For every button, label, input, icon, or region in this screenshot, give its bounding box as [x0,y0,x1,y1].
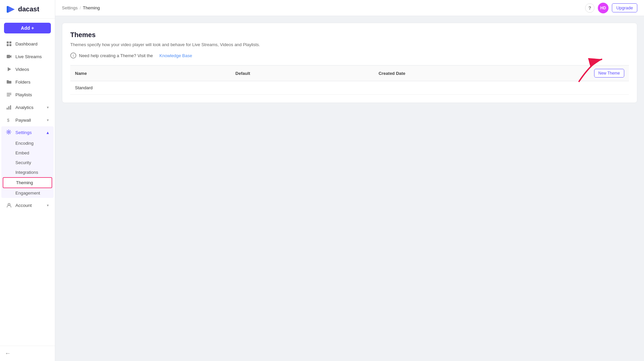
sidebar-item-label: Folders [15,80,49,85]
chevron-down-icon: ▾ [47,203,49,208]
folder-icon [6,79,12,85]
grid-icon [6,41,12,47]
bar-chart-icon [6,104,12,110]
themes-card: Themes Themes specify how your video pla… [62,23,637,103]
sidebar: dacast Add + Dashboard Live Streams [0,0,55,361]
svg-point-16 [8,131,10,133]
sidebar-item-encoding[interactable]: Encoding [1,138,54,148]
help-button[interactable]: ? [585,3,594,13]
list-icon [6,92,12,98]
svg-rect-6 [7,55,10,58]
dacast-logo-icon [5,4,16,15]
col-default: Default [231,66,374,81]
col-name: Name [70,66,231,81]
sidebar-item-theming[interactable]: Theming [3,177,52,188]
sidebar-item-dashboard[interactable]: Dashboard [1,38,54,50]
user-icon [6,202,12,208]
col-created-date: Created Date [374,66,589,81]
svg-rect-2 [7,41,9,43]
theme-name: Standard [70,81,231,95]
sidebar-item-videos[interactable]: Videos [1,63,54,75]
sidebar-item-paywall[interactable]: $ Paywall ▾ [1,114,54,126]
gear-icon [6,129,12,135]
help-text: Need help creating a Theme? Visit the [79,53,153,58]
svg-rect-12 [7,108,8,110]
svg-marker-8 [8,67,11,71]
svg-rect-10 [7,94,11,95]
knowledge-base-link[interactable]: Knowledge Base [159,53,192,58]
sidebar-item-label: Playlists [15,92,49,97]
svg-rect-5 [9,44,11,46]
themes-table: Name Default Created Date New Theme Stan… [70,65,629,95]
theme-created-date [374,81,589,95]
svg-rect-14 [10,105,11,110]
content-area: Themes Themes specify how your video pla… [55,16,644,361]
breadcrumb-separator: / [80,5,81,10]
sidebar-item-account[interactable]: Account ▾ [1,199,54,211]
sidebar-item-label: Account [15,203,47,208]
settings-label: Settings [15,130,47,135]
sidebar-item-live-streams[interactable]: Live Streams [1,50,54,63]
svg-rect-11 [7,96,10,96]
svg-marker-0 [8,6,15,13]
sidebar-item-settings[interactable]: Settings ▴ [1,126,54,138]
svg-rect-4 [7,44,9,46]
new-theme-button[interactable]: New Theme [594,69,624,78]
breadcrumb: Settings / Theming [62,5,100,10]
svg-rect-13 [8,106,9,110]
page-title: Themes [70,31,629,39]
breadcrumb-current: Theming [83,5,100,10]
sidebar-bottom: ← [0,346,55,361]
sidebar-item-label: Paywall [15,118,47,123]
add-button[interactable]: Add + [4,23,51,33]
chevron-down-icon: ▾ [47,105,49,110]
sidebar-item-playlists[interactable]: Playlists [1,89,54,101]
logo-text: dacast [18,5,39,13]
dollar-icon: $ [6,117,12,123]
sidebar-item-label: Dashboard [15,41,49,46]
table-header-row: Name Default Created Date New Theme [70,66,629,81]
play-icon [6,66,12,72]
topbar-right: ? HD Upgrade [585,3,637,13]
sidebar-item-security[interactable]: Security [1,158,54,167]
svg-rect-9 [7,93,11,94]
info-icon: i [70,52,76,58]
settings-subnav: Encoding Embed Security Integrations The… [1,138,54,198]
collapse-sidebar-button[interactable]: ← [5,350,50,357]
chevron-up-icon: ▴ [47,130,49,135]
col-actions: New Theme [589,66,629,81]
table-container: Name Default Created Date New Theme Stan… [70,65,629,95]
settings-group: Settings ▴ Encoding Embed Security Integ… [1,126,54,198]
sidebar-item-embed[interactable]: Embed [1,148,54,158]
help-notice: i Need help creating a Theme? Visit the … [70,52,629,58]
svg-text:$: $ [7,118,10,123]
sidebar-item-engagement[interactable]: Engagement [1,188,54,198]
video-icon [6,53,12,59]
sidebar-item-integrations[interactable]: Integrations [1,167,54,177]
upgrade-button[interactable]: Upgrade [612,3,637,12]
sidebar-item-label: Analytics [15,105,47,110]
sidebar-item-label: Videos [15,67,49,72]
svg-marker-7 [10,55,11,58]
topbar: Settings / Theming ? HD Upgrade [55,0,644,16]
breadcrumb-parent: Settings [62,5,78,10]
main-content: Settings / Theming ? HD Upgrade Themes T… [55,0,644,361]
avatar-button[interactable]: HD [598,3,609,13]
sidebar-item-folders[interactable]: Folders [1,76,54,88]
svg-rect-1 [7,6,8,13]
sidebar-item-analytics[interactable]: Analytics ▾ [1,101,54,113]
svg-rect-3 [9,41,11,43]
logo: dacast [0,0,55,19]
page-description: Themes specify how your video player wil… [70,42,629,47]
chevron-down-icon: ▾ [47,118,49,122]
theme-default [231,81,374,95]
theme-actions [589,81,629,95]
table-row: Standard [70,81,629,95]
sidebar-item-label: Live Streams [15,54,49,59]
